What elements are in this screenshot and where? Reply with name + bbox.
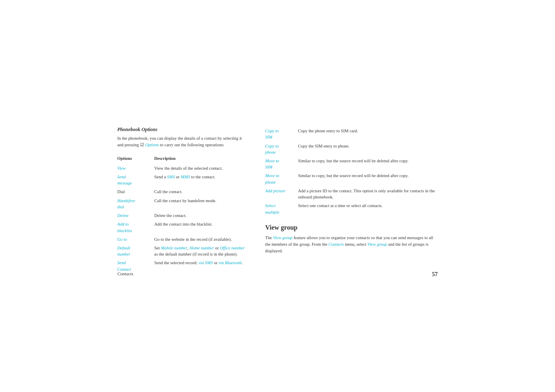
desc-send-message: Send a SMS or MMS to the contact. xyxy=(154,173,249,187)
option-go-to: Go to xyxy=(117,235,154,244)
table-row: Add toblacklist Add the contact into the… xyxy=(117,220,249,235)
col-header-description: Description xyxy=(154,154,249,164)
left-column: Phonebook Options In the phonebook, you … xyxy=(117,127,249,274)
desc-view: View the details of the selected contact… xyxy=(154,164,249,173)
table-row: Delete Delete the contact. xyxy=(117,211,249,220)
intro-text-end: to carry out the following operations: xyxy=(160,143,224,147)
option-copy-to-sim: Copy toSIM xyxy=(265,127,298,141)
option-select-multiple: Selectmultiple xyxy=(265,201,298,216)
table-row: Handsfreedial Call the contact by handsf… xyxy=(117,196,249,211)
view-group-link2: View group xyxy=(368,242,387,247)
contacts-link: Contacts xyxy=(328,242,343,247)
table-header-row: Options Description xyxy=(117,154,249,164)
desc-move-to-sim: Similar to copy, but the source record w… xyxy=(298,157,438,171)
table-row: Selectmultiple Select one contact at a t… xyxy=(265,201,438,216)
options-table: Options Description View View the detail… xyxy=(117,154,249,274)
option-delete: Delete xyxy=(117,211,154,220)
option-copy-to-phone: Copy tophone xyxy=(265,142,298,157)
desc-go-to: Go to the website in the record (if avai… xyxy=(154,235,249,244)
col-header-options: Options xyxy=(117,154,154,164)
table-row: Move tophone Similar to copy, but the so… xyxy=(265,171,438,186)
desc-default-number: Set Mobile number, Home number or Office… xyxy=(154,244,249,258)
table-row: Copy tophone Copy the SIM entry to phone… xyxy=(265,142,438,157)
right-options-table: Copy toSIM Copy the phone entry to SIM c… xyxy=(265,127,438,217)
desc-dial: Call the contact. xyxy=(154,187,249,196)
table-row: Defaultnumber Set Mobile number, Home nu… xyxy=(117,244,249,258)
content-area: Phonebook Options In the phonebook, you … xyxy=(117,127,438,274)
section-title: Phonebook Options xyxy=(117,127,249,133)
desc-copy-to-phone: Copy the SIM entry to phone. xyxy=(298,142,438,157)
view-group-heading: View group xyxy=(265,224,438,231)
option-default-number: Defaultnumber xyxy=(117,244,154,258)
table-row: Go to Go to the website in the record (i… xyxy=(117,235,249,244)
options-icon: ☑ xyxy=(140,143,145,147)
view-group-text: The View group feature allows you to org… xyxy=(265,235,438,255)
option-send-message: Sendmessage xyxy=(117,173,154,187)
table-row: Sendmessage Send a SMS or MMS to the con… xyxy=(117,173,249,187)
desc-add-to-blacklist: Add the contact into the blacklist. xyxy=(154,220,249,235)
option-add-to-blacklist: Add toblacklist xyxy=(117,220,154,235)
table-row: Move toSIM Similar to copy, but the sour… xyxy=(265,157,438,171)
table-row: Dial Call the contact. xyxy=(117,187,249,196)
desc-delete: Delete the contact. xyxy=(154,211,249,220)
option-add-picture: Add picture xyxy=(265,187,298,201)
options-link: Options xyxy=(145,143,159,147)
view-group-link1: View group xyxy=(273,235,292,240)
option-handsfree-dial: Handsfreedial xyxy=(117,196,154,211)
footer-left: Contacts xyxy=(117,271,134,278)
desc-copy-to-sim: Copy the phone entry to SIM card. xyxy=(298,127,438,141)
option-move-to-phone: Move tophone xyxy=(265,171,298,186)
table-row: Add picture Add a picture ID to the cont… xyxy=(265,187,438,201)
desc-select-multiple: Select one contact at a time or select a… xyxy=(298,201,438,216)
desc-add-picture: Add a picture ID to the contact. This op… xyxy=(298,187,438,201)
page: Phonebook Options In the phonebook, you … xyxy=(93,102,463,290)
table-row: Copy toSIM Copy the phone entry to SIM c… xyxy=(265,127,438,141)
right-column: Copy toSIM Copy the phone entry to SIM c… xyxy=(265,127,438,274)
footer: Contacts 57 xyxy=(117,271,438,278)
option-dial: Dial xyxy=(117,187,154,196)
option-move-to-sim: Move toSIM xyxy=(265,157,298,171)
table-row: View View the details of the selected co… xyxy=(117,164,249,173)
footer-right: 57 xyxy=(432,271,438,278)
option-view: View xyxy=(117,164,154,173)
intro-text: In the phonebook, you can display the de… xyxy=(117,135,249,148)
desc-move-to-phone: Similar to copy, but the source record w… xyxy=(298,171,438,186)
desc-handsfree-dial: Call the contact by handsfree mode. xyxy=(154,196,249,211)
